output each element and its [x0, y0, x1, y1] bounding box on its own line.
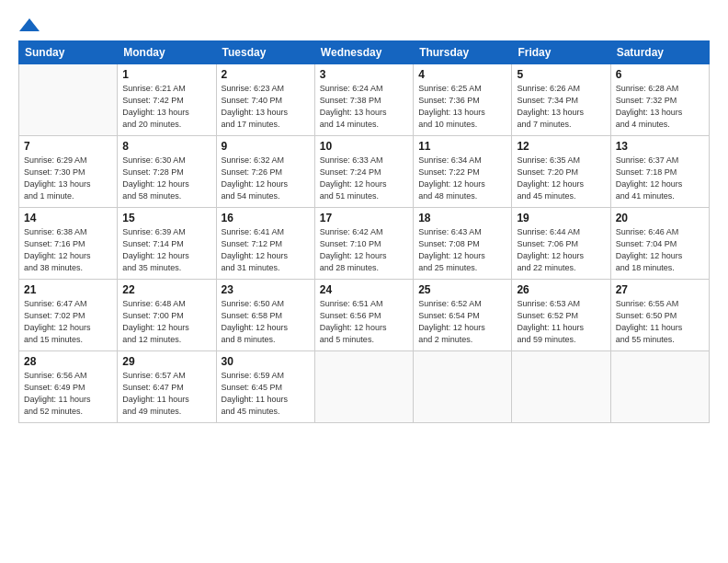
- day-number: 27: [616, 283, 704, 296]
- calendar-cell: 28Sunrise: 6:56 AM Sunset: 6:49 PM Dayli…: [19, 351, 118, 423]
- day-number: 2: [222, 68, 310, 81]
- day-of-week-header: Tuesday: [216, 41, 314, 64]
- calendar-cell: 19Sunrise: 6:44 AM Sunset: 7:06 PM Dayli…: [512, 208, 610, 280]
- day-of-week-header: Wednesday: [314, 41, 413, 64]
- calendar-cell: [314, 351, 413, 423]
- day-number: 12: [517, 140, 605, 153]
- day-info: Sunrise: 6:33 AM Sunset: 7:24 PM Dayligh…: [320, 155, 408, 202]
- calendar-cell: 27Sunrise: 6:55 AM Sunset: 6:50 PM Dayli…: [610, 280, 709, 351]
- day-info: Sunrise: 6:37 AM Sunset: 7:18 PM Dayligh…: [616, 155, 704, 202]
- day-info: Sunrise: 6:34 AM Sunset: 7:22 PM Dayligh…: [418, 155, 506, 202]
- svg-marker-0: [19, 18, 40, 31]
- calendar-header-row: SundayMondayTuesdayWednesdayThursdayFrid…: [19, 41, 710, 64]
- day-info: Sunrise: 6:55 AM Sunset: 6:50 PM Dayligh…: [616, 298, 704, 346]
- day-of-week-header: Monday: [118, 41, 216, 64]
- calendar-cell: 21Sunrise: 6:47 AM Sunset: 7:02 PM Dayli…: [19, 280, 118, 351]
- day-info: Sunrise: 6:48 AM Sunset: 7:00 PM Dayligh…: [122, 298, 210, 346]
- day-number: 21: [24, 283, 112, 296]
- day-number: 24: [320, 283, 408, 296]
- day-number: 14: [24, 212, 112, 224]
- day-info: Sunrise: 6:47 AM Sunset: 7:02 PM Dayligh…: [24, 298, 112, 346]
- calendar-cell: 30Sunrise: 6:59 AM Sunset: 6:45 PM Dayli…: [216, 351, 314, 423]
- calendar-week-row: 1Sunrise: 6:21 AM Sunset: 7:42 PM Daylig…: [19, 64, 710, 136]
- day-info: Sunrise: 6:35 AM Sunset: 7:20 PM Dayligh…: [517, 155, 605, 202]
- day-info: Sunrise: 6:57 AM Sunset: 6:47 PM Dayligh…: [122, 370, 210, 418]
- calendar-page: SundayMondayTuesdayWednesdayThursdayFrid…: [0, 0, 728, 563]
- calendar-cell: [610, 351, 709, 423]
- day-number: 25: [418, 283, 506, 296]
- calendar-cell: 29Sunrise: 6:57 AM Sunset: 6:47 PM Dayli…: [118, 351, 216, 423]
- day-info: Sunrise: 6:51 AM Sunset: 6:56 PM Dayligh…: [320, 298, 408, 346]
- day-of-week-header: Sunday: [19, 41, 118, 64]
- day-info: Sunrise: 6:46 AM Sunset: 7:04 PM Dayligh…: [616, 226, 704, 274]
- calendar-table: SundayMondayTuesdayWednesdayThursdayFrid…: [18, 40, 710, 423]
- day-number: 9: [222, 140, 310, 153]
- day-number: 11: [418, 140, 506, 153]
- calendar-cell: 16Sunrise: 6:41 AM Sunset: 7:12 PM Dayli…: [216, 208, 314, 280]
- day-of-week-header: Saturday: [610, 41, 709, 64]
- calendar-cell: 13Sunrise: 6:37 AM Sunset: 7:18 PM Dayli…: [610, 136, 709, 208]
- day-info: Sunrise: 6:50 AM Sunset: 6:58 PM Dayligh…: [222, 298, 310, 346]
- day-number: 17: [320, 212, 408, 224]
- day-number: 22: [122, 283, 210, 296]
- day-number: 16: [222, 212, 310, 224]
- calendar-cell: 25Sunrise: 6:52 AM Sunset: 6:54 PM Dayli…: [414, 280, 512, 351]
- logo: [18, 17, 40, 31]
- day-number: 7: [24, 140, 112, 153]
- day-number: 4: [418, 68, 506, 81]
- day-number: 26: [517, 283, 605, 296]
- day-number: 28: [24, 355, 112, 368]
- day-info: Sunrise: 6:21 AM Sunset: 7:42 PM Dayligh…: [122, 83, 210, 131]
- day-info: Sunrise: 6:39 AM Sunset: 7:14 PM Dayligh…: [122, 226, 210, 274]
- calendar-cell: 6Sunrise: 6:28 AM Sunset: 7:32 PM Daylig…: [610, 64, 709, 136]
- day-number: 15: [122, 212, 210, 224]
- day-number: 3: [320, 68, 408, 81]
- day-number: 10: [320, 140, 408, 153]
- calendar-cell: 7Sunrise: 6:29 AM Sunset: 7:30 PM Daylig…: [19, 136, 118, 208]
- day-info: Sunrise: 6:59 AM Sunset: 6:45 PM Dayligh…: [222, 370, 310, 418]
- day-number: 13: [616, 140, 704, 153]
- day-info: Sunrise: 6:44 AM Sunset: 7:06 PM Dayligh…: [517, 226, 605, 274]
- calendar-cell: 17Sunrise: 6:42 AM Sunset: 7:10 PM Dayli…: [314, 208, 413, 280]
- day-info: Sunrise: 6:30 AM Sunset: 7:28 PM Dayligh…: [122, 155, 210, 202]
- calendar-cell: 23Sunrise: 6:50 AM Sunset: 6:58 PM Dayli…: [216, 280, 314, 351]
- calendar-cell: 3Sunrise: 6:24 AM Sunset: 7:38 PM Daylig…: [314, 64, 413, 136]
- calendar-cell: 22Sunrise: 6:48 AM Sunset: 7:00 PM Dayli…: [118, 280, 216, 351]
- calendar-cell: 10Sunrise: 6:33 AM Sunset: 7:24 PM Dayli…: [314, 136, 413, 208]
- day-number: 5: [517, 68, 605, 81]
- day-info: Sunrise: 6:42 AM Sunset: 7:10 PM Dayligh…: [320, 226, 408, 274]
- day-info: Sunrise: 6:26 AM Sunset: 7:34 PM Dayligh…: [517, 83, 605, 131]
- calendar-cell: 4Sunrise: 6:25 AM Sunset: 7:36 PM Daylig…: [414, 64, 512, 136]
- calendar-cell: 14Sunrise: 6:38 AM Sunset: 7:16 PM Dayli…: [19, 208, 118, 280]
- day-number: 30: [222, 355, 310, 368]
- calendar-cell: 8Sunrise: 6:30 AM Sunset: 7:28 PM Daylig…: [118, 136, 216, 208]
- calendar-week-row: 14Sunrise: 6:38 AM Sunset: 7:16 PM Dayli…: [19, 208, 710, 280]
- calendar-cell: 15Sunrise: 6:39 AM Sunset: 7:14 PM Dayli…: [118, 208, 216, 280]
- day-info: Sunrise: 6:29 AM Sunset: 7:30 PM Dayligh…: [24, 155, 112, 202]
- logo-icon: [19, 18, 40, 31]
- calendar-cell: 2Sunrise: 6:23 AM Sunset: 7:40 PM Daylig…: [216, 64, 314, 136]
- day-info: Sunrise: 6:43 AM Sunset: 7:08 PM Dayligh…: [418, 226, 506, 274]
- day-info: Sunrise: 6:56 AM Sunset: 6:49 PM Dayligh…: [24, 370, 112, 418]
- day-info: Sunrise: 6:25 AM Sunset: 7:36 PM Dayligh…: [418, 83, 506, 131]
- day-info: Sunrise: 6:32 AM Sunset: 7:26 PM Dayligh…: [222, 155, 310, 202]
- day-number: 20: [616, 212, 704, 224]
- day-info: Sunrise: 6:52 AM Sunset: 6:54 PM Dayligh…: [418, 298, 506, 346]
- day-of-week-header: Friday: [512, 41, 610, 64]
- calendar-cell: [19, 64, 118, 136]
- calendar-week-row: 21Sunrise: 6:47 AM Sunset: 7:02 PM Dayli…: [19, 280, 710, 351]
- day-number: 29: [122, 355, 210, 368]
- day-of-week-header: Thursday: [414, 41, 512, 64]
- header: [18, 17, 710, 31]
- day-number: 1: [122, 68, 210, 81]
- calendar-week-row: 7Sunrise: 6:29 AM Sunset: 7:30 PM Daylig…: [19, 136, 710, 208]
- calendar-cell: 24Sunrise: 6:51 AM Sunset: 6:56 PM Dayli…: [314, 280, 413, 351]
- day-info: Sunrise: 6:28 AM Sunset: 7:32 PM Dayligh…: [616, 83, 704, 131]
- day-number: 6: [616, 68, 704, 81]
- calendar-cell: 26Sunrise: 6:53 AM Sunset: 6:52 PM Dayli…: [512, 280, 610, 351]
- calendar-cell: 5Sunrise: 6:26 AM Sunset: 7:34 PM Daylig…: [512, 64, 610, 136]
- calendar-cell: 18Sunrise: 6:43 AM Sunset: 7:08 PM Dayli…: [414, 208, 512, 280]
- day-number: 23: [222, 283, 310, 296]
- calendar-week-row: 28Sunrise: 6:56 AM Sunset: 6:49 PM Dayli…: [19, 351, 710, 423]
- day-number: 8: [122, 140, 210, 153]
